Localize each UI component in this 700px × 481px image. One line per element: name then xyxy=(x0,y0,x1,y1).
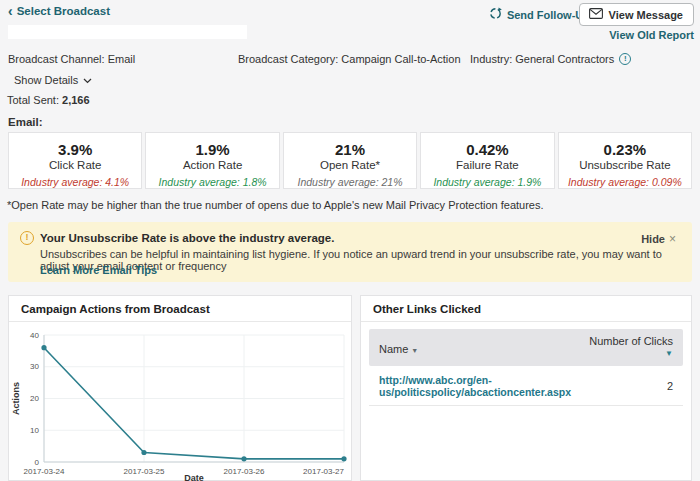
metric-card-failure-rate: 0.42% Failure Rate Industry average: 1.9… xyxy=(420,132,554,189)
industry-average-text: Industry average: 0.09% xyxy=(559,176,691,188)
campaign-actions-line-chart: 0102030402017-03-242017-03-252017-03-262… xyxy=(9,322,351,481)
hide-banner-button[interactable]: Hide × xyxy=(641,232,676,246)
total-sent-text: Total Sent: 2,166 xyxy=(7,94,90,106)
refresh-icon xyxy=(489,7,502,22)
metric-label: Failure Rate xyxy=(421,159,553,171)
envelope-icon xyxy=(589,8,603,21)
industry-average-text: Industry average: 1.8% xyxy=(146,176,278,188)
metric-label: Click Rate xyxy=(9,159,141,171)
chevron-down-icon xyxy=(83,74,92,86)
metric-value: 0.23% xyxy=(559,141,691,158)
open-rate-footnote: *Open Rate may be higher than the true n… xyxy=(7,199,544,211)
metrics-row: 3.9% Click Rate Industry average: 4.1% 1… xyxy=(8,132,692,189)
clicks-column-label: Number of Clicks xyxy=(589,335,673,347)
svg-text:2017-03-25: 2017-03-25 xyxy=(124,467,165,476)
svg-text:40: 40 xyxy=(30,331,39,340)
links-table-header: Name▼ Number of Clicks ▼ xyxy=(369,329,683,366)
select-broadcast-back-link[interactable]: ‹ Select Broadcast xyxy=(8,5,110,17)
campaign-actions-title: Campaign Actions from Broadcast xyxy=(9,296,351,322)
sort-icon-clicks[interactable]: ▼ xyxy=(589,349,673,358)
info-icon[interactable]: ! xyxy=(619,53,631,65)
close-icon: × xyxy=(669,232,676,246)
learn-more-email-tips-link[interactable]: Learn More Email Tips xyxy=(40,264,157,276)
unsubscribe-warning-banner: ! Your Unsubscribe Rate is above the ind… xyxy=(8,222,692,282)
view-old-report-link[interactable]: View Old Report xyxy=(609,29,694,41)
view-message-button[interactable]: View Message xyxy=(579,3,694,26)
total-sent-value: 2,166 xyxy=(62,94,90,106)
svg-text:10: 10 xyxy=(30,426,39,435)
show-details-toggle[interactable]: Show Details xyxy=(14,74,92,86)
sort-icon-name[interactable]: ▼ xyxy=(411,347,418,354)
broadcast-report-page: ‹ Select Broadcast Send Follow-Up View M… xyxy=(0,0,700,481)
column-header-clicks[interactable]: Number of Clicks ▼ xyxy=(589,335,673,362)
metric-card-action-rate: 1.9% Action Rate Industry average: 1.8% xyxy=(145,132,279,189)
metric-value: 0.42% xyxy=(421,141,553,158)
broadcast-category-text: Broadcast Category: Campaign Call-to-Act… xyxy=(238,53,461,65)
other-links-title: Other Links Clicked xyxy=(361,296,691,322)
metric-label: Open Rate* xyxy=(284,159,416,171)
svg-text:30: 30 xyxy=(30,362,39,371)
other-links-panel: Other Links Clicked Name▼ Number of Clic… xyxy=(360,295,692,481)
table-row: http://www.abc.org/en-us/politicspolicy/… xyxy=(369,366,683,406)
metric-label: Unsubscribe Rate xyxy=(559,159,691,171)
metric-label: Action Rate xyxy=(146,159,278,171)
send-follow-up-label: Send Follow-Up xyxy=(507,9,590,21)
svg-text:0: 0 xyxy=(35,458,40,467)
show-details-label: Show Details xyxy=(14,74,78,86)
view-message-label: View Message xyxy=(609,9,683,21)
email-section-label: Email: xyxy=(8,116,43,128)
campaign-actions-panel: Campaign Actions from Broadcast 01020304… xyxy=(8,295,352,481)
metric-value: 3.9% xyxy=(9,141,141,158)
svg-text:2017-03-24: 2017-03-24 xyxy=(24,467,65,476)
industry-text: Industry: General Contractors ! xyxy=(470,53,631,65)
warning-icon: ! xyxy=(20,231,34,245)
back-link-label: Select Broadcast xyxy=(17,5,110,17)
metric-card-open-rate: 21% Open Rate* Industry average: 21% xyxy=(283,132,417,189)
metric-value: 1.9% xyxy=(146,141,278,158)
industry-average-text: Industry average: 21% xyxy=(284,176,416,188)
svg-text:2017-03-27: 2017-03-27 xyxy=(303,467,344,476)
industry-label: Industry: General Contractors xyxy=(470,53,614,65)
metric-card-click-rate: 3.9% Click Rate Industry average: 4.1% xyxy=(8,132,142,189)
hide-label: Hide xyxy=(641,233,665,245)
svg-text:20: 20 xyxy=(30,394,39,403)
metric-card-unsubscribe-rate: 0.23% Unsubscribe Rate Industry average:… xyxy=(558,132,692,189)
broadcast-title-field xyxy=(8,25,247,39)
send-follow-up-button[interactable]: Send Follow-Up xyxy=(489,7,590,22)
industry-average-text: Industry average: 1.9% xyxy=(421,176,553,188)
svg-text:Actions: Actions xyxy=(11,382,21,415)
industry-average-text: Industry average: 4.1% xyxy=(9,176,141,188)
metric-value: 21% xyxy=(284,141,416,158)
back-chevron-icon: ‹ xyxy=(8,6,13,16)
broadcast-channel-text: Broadcast Channel: Email xyxy=(8,53,135,65)
link-clicks-value: 2 xyxy=(667,380,673,392)
link-url[interactable]: http://www.abc.org/en-us/politicspolicy/… xyxy=(379,374,667,398)
total-sent-label: Total Sent: xyxy=(7,94,59,106)
svg-text:Date: Date xyxy=(184,473,204,481)
svg-text:2017-03-26: 2017-03-26 xyxy=(224,467,265,476)
column-header-name[interactable]: Name▼ xyxy=(379,343,418,355)
name-column-label: Name xyxy=(379,343,408,355)
banner-title: Your Unsubscribe Rate is above the indus… xyxy=(40,232,334,244)
